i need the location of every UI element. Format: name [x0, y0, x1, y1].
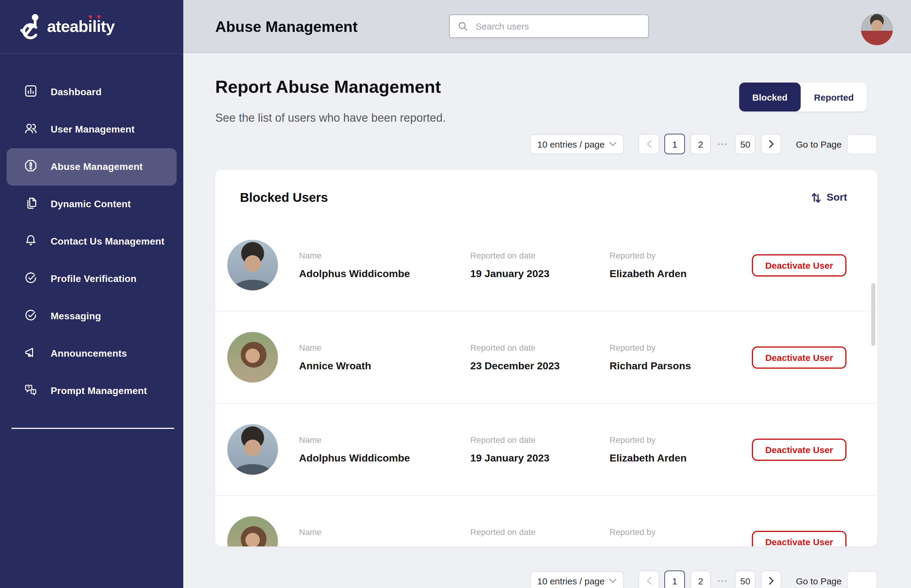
next-page-button[interactable]	[761, 134, 781, 154]
reported-date: 19 January 2023	[470, 452, 609, 464]
prev-page-button[interactable]	[639, 570, 659, 588]
pagination-top: 10 entries / page 1 2 ••• 50 Go to Page	[530, 134, 877, 154]
chevron-left-icon	[646, 577, 652, 585]
deactivate-user-button[interactable]: Deactivate User	[752, 254, 846, 276]
sidebar-item-prompt-management[interactable]: ?! Prompt Management	[6, 372, 177, 410]
topbar-title: Abuse Management	[215, 0, 358, 53]
chevron-down-icon	[609, 578, 617, 583]
goto-page-label: Go to Page	[796, 139, 842, 149]
sidebar-item-dynamic-content[interactable]: Dynamic Content	[6, 186, 177, 223]
megaphone-icon	[24, 345, 38, 362]
column-label-name: Name	[299, 527, 470, 536]
page-1-button[interactable]: 1	[665, 134, 685, 154]
entries-per-page-select[interactable]: 10 entries / page	[530, 134, 624, 154]
column-label-date: Reported on date	[470, 342, 609, 352]
entries-per-page-value: 10 entries / page	[537, 139, 605, 149]
chevron-right-icon	[768, 577, 774, 585]
column-label-date: Reported on date	[470, 435, 609, 444]
dashboard-icon	[24, 84, 38, 101]
reported-by: Elizabeth Arden	[609, 452, 752, 464]
wheelchair-logo-icon	[18, 13, 46, 40]
column-label-name: Name	[299, 342, 470, 352]
sidebar-item-label: Dynamic Content	[51, 199, 131, 210]
profile-avatar[interactable]	[861, 13, 893, 45]
sidebar-item-label: Dashboard	[51, 87, 102, 98]
alert-octagon-icon	[24, 158, 38, 175]
column-label-by: Reported by	[609, 435, 752, 444]
chevron-down-icon	[609, 141, 617, 147]
user-name: Adolphus Widdicombe	[299, 452, 470, 464]
goto-page-input[interactable]	[847, 571, 877, 588]
check-circle-icon	[24, 308, 38, 325]
search-input[interactable]	[475, 21, 641, 32]
search-icon	[457, 21, 468, 32]
user-name: Annice Wroath	[299, 544, 470, 546]
column-label-date: Reported on date	[470, 527, 609, 536]
user-avatar	[227, 424, 278, 475]
reported-date: 23 December 2023	[470, 360, 609, 372]
sidebar-divider	[11, 428, 174, 429]
column-label-name: Name	[299, 250, 470, 260]
page-1-button[interactable]: 1	[665, 570, 685, 588]
pager: 1 2 ••• 50	[639, 134, 781, 154]
blocked-user-row: Name Annice Wroath Reported on date 23 D…	[215, 312, 877, 404]
sidebar-item-label: User Management	[51, 124, 135, 135]
page-50-button[interactable]: 50	[735, 570, 755, 588]
pages-icon	[24, 196, 38, 213]
sidebar-item-label: Messaging	[51, 311, 101, 322]
next-page-button[interactable]	[761, 570, 781, 588]
entries-per-page-select[interactable]: 10 entries / page	[530, 571, 624, 588]
check-circle-icon	[24, 270, 38, 288]
blocked-user-row: Name Adolphus Widdicombe Reported on dat…	[215, 219, 877, 312]
user-avatar	[227, 516, 278, 546]
column-label-by: Reported by	[609, 527, 752, 536]
sidebar-item-messaging[interactable]: Messaging	[6, 297, 177, 335]
page-50-button[interactable]: 50	[735, 134, 755, 154]
sidebar-item-profile-verification[interactable]: Profile Verification	[6, 260, 177, 297]
sidebar-item-label: Abuse Management	[51, 162, 143, 172]
deactivate-user-button[interactable]: Deactivate User	[752, 438, 846, 460]
deactivate-user-button[interactable]: Deactivate User	[752, 530, 846, 546]
sort-button[interactable]: Sort	[810, 191, 847, 204]
svg-text:?: ?	[28, 385, 30, 390]
sidebar-item-dashboard[interactable]: Dashboard	[6, 73, 177, 111]
brand-wordmark: ateability	[47, 17, 115, 36]
brand-logo: ateability	[0, 0, 183, 53]
sidebar-item-abuse-management[interactable]: Abuse Management	[6, 148, 177, 186]
sidebar-item-label: Contact Us Management	[51, 236, 165, 247]
user-name: Adolphus Widdicombe	[299, 268, 470, 280]
sidebar-item-label: Prompt Management	[51, 386, 147, 396]
pagination-bottom: 10 entries / page 1 2 ••• 50 Go to Page	[530, 570, 877, 588]
sidebar: ateability Dashboard User Management Abu…	[0, 0, 183, 588]
column-label-date: Reported on date	[470, 250, 609, 260]
search-box	[449, 15, 649, 38]
tab-reported[interactable]: Reported	[801, 82, 867, 111]
prompt-bubbles-icon: ?!	[24, 383, 38, 399]
sidebar-item-user-management[interactable]: User Management	[6, 111, 177, 148]
column-label-by: Reported by	[609, 342, 752, 352]
sort-arrows-icon	[810, 191, 822, 204]
user-avatar	[227, 240, 278, 291]
prev-page-button[interactable]	[639, 134, 659, 154]
bell-icon	[24, 233, 38, 250]
sort-label: Sort	[827, 192, 847, 204]
page-2-button[interactable]: 2	[691, 134, 711, 154]
sidebar-item-announcements[interactable]: Announcements	[6, 335, 177, 372]
reported-by: Elizabeth Arden	[609, 268, 752, 280]
sidebar-item-label: Announcements	[51, 348, 127, 359]
page-2-button[interactable]: 2	[691, 570, 711, 588]
scrollbar-thumb[interactable]	[871, 283, 875, 346]
main-content: Report Abuse Management See the list of …	[183, 53, 911, 588]
card-header: Blocked Users Sort	[215, 170, 877, 205]
sidebar-item-contact-us[interactable]: Contact Us Management	[6, 223, 177, 260]
column-label-name: Name	[299, 435, 470, 444]
entries-per-page-value: 10 entries / page	[537, 576, 605, 586]
tab-blocked[interactable]: Blocked	[739, 82, 801, 111]
deactivate-user-button[interactable]: Deactivate User	[752, 346, 846, 368]
goto-page-input[interactable]	[847, 134, 877, 154]
reported-by: Richard Parsons	[609, 544, 752, 546]
blocked-users-list: Name Adolphus Widdicombe Reported on dat…	[215, 219, 877, 546]
blocked-reported-toggle: Blocked Reported	[739, 82, 867, 111]
sidebar-item-label: Profile Verification	[51, 273, 136, 284]
user-avatar	[227, 332, 278, 383]
